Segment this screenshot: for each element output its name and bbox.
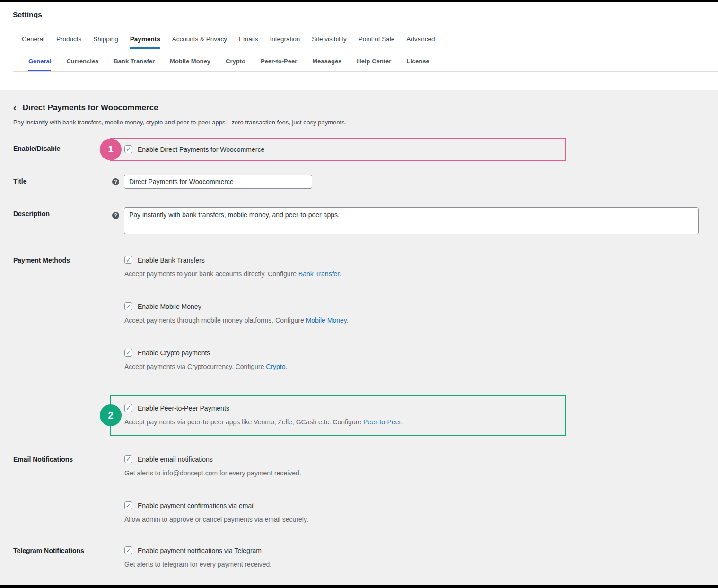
subtab-general[interactable]: General — [28, 58, 51, 71]
enable-disable-label: Enable/Disable — [13, 138, 110, 161]
bank-transfers-description: Accept payments to your bank accounts di… — [124, 270, 699, 278]
bank-transfers-checkbox[interactable]: ✓ — [124, 256, 132, 264]
title-help-icon[interactable]: ? — [112, 178, 119, 185]
telegram-notifications-checkbox[interactable]: ✓ — [124, 546, 132, 554]
settings-form: Enable/Disable 1 ✓ Enable Direct Payment… — [13, 138, 699, 568]
mobile-money-link[interactable]: Mobile Money — [306, 316, 347, 324]
group-email-confirmations: ✓ Enable payment confirmations via email… — [124, 501, 699, 523]
p2p-desc-period: . — [401, 418, 403, 426]
tab-advanced[interactable]: Advanced — [406, 35, 435, 49]
annotation-badge-2: 2 — [100, 404, 122, 426]
payment-confirmations-checkbox-label[interactable]: Enable payment confirmations via email — [138, 502, 254, 509]
crypto-desc-text: Accept payments via Cryptocurrency. Conf… — [124, 363, 266, 370]
back-chevron-icon[interactable]: ‹ — [13, 103, 17, 112]
tab-site-visibility[interactable]: Site visibility — [312, 35, 347, 49]
peer-to-peer-checkbox-label[interactable]: Enable Peer-to-Peer Payments — [138, 404, 229, 412]
row-email-notifications: Email Notifications ✓ Enable email notif… — [13, 455, 699, 523]
tab-point-of-sale[interactable]: Point of Sale — [359, 35, 395, 49]
subtab-mobile-money[interactable]: Mobile Money — [170, 58, 210, 71]
enable-highlight-box: 1 ✓ Enable Direct Payments for Woocommer… — [110, 138, 566, 161]
subtab-license[interactable]: License — [406, 58, 429, 71]
crypto-checkbox-label[interactable]: Enable Crypto payments — [138, 349, 210, 357]
telegram-notifications-label: Telegram Notifications — [13, 546, 110, 568]
group-email-alerts: ✓ Enable email notifications Get alerts … — [124, 455, 699, 477]
title-input[interactable] — [124, 175, 312, 189]
p2p-highlight-box: 2 ✓ Enable Peer-to-Peer Payments Accept … — [110, 395, 566, 436]
bank-transfer-link[interactable]: Bank Transfer — [298, 270, 339, 278]
peer-to-peer-link[interactable]: Peer-to-Peer — [363, 418, 401, 426]
tab-shipping[interactable]: Shipping — [93, 35, 118, 49]
subtab-peer-to-peer[interactable]: Peer-to-Peer — [261, 58, 297, 71]
tab-emails[interactable]: Emails — [239, 35, 258, 49]
bank-desc-text: Accept payments to your bank accounts di… — [124, 270, 298, 278]
enable-plugin-checkbox-label[interactable]: Enable Direct Payments for Woocommerce — [138, 146, 264, 153]
frame-bottom-bar — [0, 585, 718, 588]
mobile-money-checkbox-label[interactable]: Enable Mobile Money — [138, 303, 201, 310]
group-mobile-money: ✓ Enable Mobile Money Accept payments th… — [124, 302, 699, 324]
mobile-money-checkbox[interactable]: ✓ — [124, 302, 132, 310]
row-enable-disable: Enable/Disable 1 ✓ Enable Direct Payment… — [13, 138, 699, 161]
peer-to-peer-description: Accept payments via peer-to-peer apps li… — [124, 418, 552, 426]
telegram-description: Get alerts to telegram for every payment… — [124, 561, 699, 568]
email-notifications-label: Email Notifications — [13, 455, 110, 523]
mobile-desc-text: Accept payments through mobile money pla… — [124, 316, 306, 324]
plugin-title: Direct Payments for Woocommerce — [23, 103, 158, 113]
plugin-page-head: ‹ Direct Payments for Woocommerce — [13, 103, 699, 113]
tab-payments[interactable]: Payments — [130, 35, 160, 49]
payment-methods-label: Payment Methods — [13, 256, 110, 436]
row-title: Title ? — [13, 175, 699, 189]
email-confirmations-description: Allow admin to approve or cancel payment… — [124, 516, 699, 523]
row-payment-methods: Payment Methods ✓ Enable Bank Transfers … — [13, 256, 699, 436]
page-title-settings: Settings — [13, 10, 718, 19]
mobile-money-description: Accept payments through mobile money pla… — [124, 316, 699, 324]
description-textarea[interactable]: Pay instantly with bank transfers, mobil… — [124, 207, 699, 234]
tab-accounts-privacy[interactable]: Accounts & Privacy — [172, 35, 227, 49]
tab-products[interactable]: Products — [56, 35, 81, 49]
tab-general[interactable]: General — [22, 35, 44, 49]
plugin-subtitle: Pay instantly with bank transfers, mobil… — [13, 119, 699, 126]
subtab-currencies[interactable]: Currencies — [66, 58, 98, 71]
settings-header: Settings General Products Shipping Payme… — [0, 2, 718, 90]
description-label: Description — [13, 207, 110, 234]
email-notifications-checkbox[interactable]: ✓ — [124, 455, 132, 463]
subtab-crypto[interactable]: Crypto — [226, 58, 245, 71]
email-alerts-description: Get alerts to info@doncept.com for every… — [124, 469, 699, 477]
row-telegram-notifications: Telegram Notifications ✓ Enable payment … — [13, 546, 699, 568]
sub-tabs-nav: General Currencies Bank Transfer Mobile … — [28, 58, 718, 71]
settings-body: ‹ Direct Payments for Woocommerce Pay in… — [0, 90, 718, 585]
group-crypto: ✓ Enable Crypto payments Accept payments… — [124, 349, 699, 370]
tab-integration[interactable]: Integration — [270, 35, 300, 49]
bank-transfers-checkbox-label[interactable]: Enable Bank Transfers — [138, 256, 205, 264]
crypto-description: Accept payments via Cryptocurrency. Conf… — [124, 363, 699, 370]
description-help-icon[interactable]: ? — [112, 212, 119, 219]
mobile-desc-period: . — [347, 316, 349, 324]
subtab-help-center[interactable]: Help Center — [357, 58, 391, 71]
crypto-link[interactable]: Crypto — [266, 363, 285, 370]
main-tabs-nav: General Products Shipping Payments Accou… — [22, 35, 718, 49]
telegram-notifications-checkbox-label[interactable]: Enable payment notifications via Telegra… — [138, 547, 262, 554]
subtab-bank-transfer[interactable]: Bank Transfer — [114, 58, 155, 71]
peer-to-peer-checkbox[interactable]: ✓ — [124, 404, 132, 412]
bank-desc-period: . — [339, 270, 341, 278]
sub-tabs-divider: General Currencies Bank Transfer Mobile … — [13, 58, 718, 72]
row-description: Description ? Pay instantly with bank tr… — [13, 207, 699, 234]
group-telegram: ✓ Enable payment notifications via Teleg… — [124, 546, 699, 568]
title-label: Title — [13, 175, 110, 189]
payment-confirmations-checkbox[interactable]: ✓ — [124, 501, 132, 509]
crypto-desc-period: . — [286, 363, 288, 370]
crypto-checkbox[interactable]: ✓ — [124, 349, 132, 357]
enable-plugin-checkbox[interactable]: ✓ — [124, 145, 132, 153]
group-bank-transfers: ✓ Enable Bank Transfers Accept payments … — [124, 256, 699, 278]
group-peer-to-peer: 2 ✓ Enable Peer-to-Peer Payments Accept … — [110, 395, 699, 436]
p2p-desc-text: Accept payments via peer-to-peer apps li… — [124, 418, 363, 426]
email-notifications-checkbox-label[interactable]: Enable email notifications — [138, 456, 213, 463]
subtab-messages[interactable]: Messages — [312, 58, 341, 71]
annotation-badge-1: 1 — [100, 139, 122, 160]
